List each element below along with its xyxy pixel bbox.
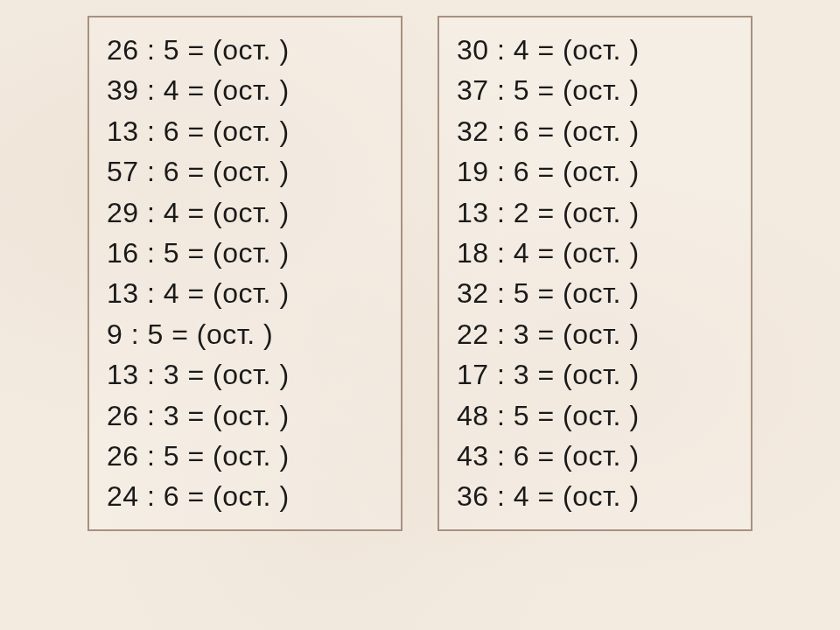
remainder-label: ост. bbox=[572, 359, 621, 390]
dividend: 26 bbox=[107, 400, 139, 431]
remainder-label: ост. bbox=[206, 318, 256, 350]
remainder-label: ост. bbox=[572, 34, 621, 66]
right_column-problem-8: 17 : 3 = (ост. ) bbox=[457, 354, 723, 395]
left_column-problem-1: 39 : 4 = (ост. ) bbox=[107, 70, 373, 110]
divisor: 4 bbox=[164, 74, 179, 106]
right_column-problem-7: 22 : 3 = (ост. ) bbox=[457, 314, 723, 354]
divisor: 6 bbox=[514, 116, 529, 147]
divisor: 6 bbox=[164, 480, 179, 512]
divisor: 5 bbox=[164, 440, 179, 472]
left-problem-box: 26 : 5 = (ост. )39 : 4 = (ост. )13 : 6 =… bbox=[88, 16, 402, 531]
remainder-label: ост. bbox=[572, 277, 621, 309]
dividend: 17 bbox=[457, 359, 489, 390]
right_column-problem-2: 32 : 6 = (ост. ) bbox=[457, 111, 723, 151]
remainder-label: ост. bbox=[222, 34, 271, 66]
right_column-problem-6: 32 : 5 = (ост. ) bbox=[457, 273, 723, 313]
divisor: 5 bbox=[147, 318, 163, 350]
dividend: 37 bbox=[457, 74, 489, 106]
left_column-problem-0: 26 : 5 = (ост. ) bbox=[107, 30, 373, 70]
remainder-label: ост. bbox=[572, 156, 621, 187]
dividend: 13 bbox=[107, 277, 139, 309]
divisor: 6 bbox=[164, 116, 179, 147]
dividend: 13 bbox=[107, 116, 139, 147]
dividend: 13 bbox=[107, 359, 139, 390]
divisor: 4 bbox=[514, 34, 529, 66]
divisor: 4 bbox=[514, 480, 529, 512]
remainder-label: ост. bbox=[222, 197, 271, 228]
right_column-problem-10: 43 : 6 = (ост. ) bbox=[457, 436, 723, 476]
left_column-problem-4: 29 : 4 = (ост. ) bbox=[107, 192, 373, 233]
right-problem-box: 30 : 4 = (ост. )37 : 5 = (ост. )32 : 6 =… bbox=[438, 16, 752, 531]
remainder-label: ост. bbox=[572, 197, 621, 228]
right_column-problem-3: 19 : 6 = (ост. ) bbox=[457, 151, 723, 192]
left_column-problem-3: 57 : 6 = (ост. ) bbox=[107, 151, 373, 192]
divisor: 6 bbox=[514, 440, 529, 472]
remainder-label: ост. bbox=[222, 156, 271, 187]
divisor: 3 bbox=[514, 318, 529, 350]
divisor: 3 bbox=[514, 359, 529, 390]
divisor: 5 bbox=[514, 74, 529, 106]
dividend: 22 bbox=[457, 318, 489, 350]
remainder-label: ост. bbox=[572, 237, 621, 269]
left_column-problem-10: 26 : 5 = (ост. ) bbox=[107, 436, 373, 476]
dividend: 18 bbox=[457, 237, 489, 269]
remainder-label: ост. bbox=[572, 480, 621, 512]
dividend: 57 bbox=[107, 156, 139, 187]
left_column-problem-5: 16 : 5 = (ост. ) bbox=[107, 233, 373, 273]
right_column-problem-0: 30 : 4 = (ост. ) bbox=[457, 30, 723, 70]
dividend: 30 bbox=[457, 34, 489, 66]
remainder-label: ост. bbox=[222, 277, 271, 309]
left_column-problem-6: 13 : 4 = (ост. ) bbox=[107, 273, 373, 313]
left_column-problem-2: 13 : 6 = (ост. ) bbox=[107, 111, 373, 151]
dividend: 29 bbox=[107, 197, 139, 228]
remainder-label: ост. bbox=[572, 116, 621, 147]
divisor: 6 bbox=[164, 156, 179, 187]
remainder-label: ост. bbox=[222, 480, 271, 512]
dividend: 39 bbox=[107, 74, 139, 106]
dividend: 24 bbox=[107, 480, 139, 512]
dividend: 32 bbox=[457, 116, 489, 147]
dividend: 26 bbox=[107, 34, 139, 66]
divisor: 6 bbox=[514, 156, 529, 187]
divisor: 5 bbox=[164, 34, 179, 66]
remainder-label: ост. bbox=[222, 74, 271, 106]
dividend: 26 bbox=[107, 440, 139, 472]
divisor: 3 bbox=[164, 400, 179, 431]
divisor: 4 bbox=[164, 197, 179, 228]
dividend: 16 bbox=[107, 237, 139, 269]
left_column-problem-11: 24 : 6 = (ост. ) bbox=[107, 476, 373, 516]
divisor: 5 bbox=[514, 277, 529, 309]
right_column-problem-9: 48 : 5 = (ост. ) bbox=[457, 396, 723, 436]
divisor: 3 bbox=[164, 359, 179, 390]
dividend: 13 bbox=[457, 197, 489, 228]
dividend: 9 bbox=[107, 318, 122, 350]
remainder-label: ост. bbox=[222, 400, 271, 431]
remainder-label: ост. bbox=[222, 237, 271, 269]
dividend: 32 bbox=[457, 277, 489, 309]
dividend: 48 bbox=[457, 400, 489, 431]
left_column-problem-7: 9 : 5 = (ост. ) bbox=[107, 314, 373, 354]
divisor: 4 bbox=[164, 277, 179, 309]
right_column-problem-11: 36 : 4 = (ост. ) bbox=[457, 476, 723, 516]
divisor: 2 bbox=[514, 197, 529, 228]
left_column-problem-8: 13 : 3 = (ост. ) bbox=[107, 354, 373, 395]
right_column-problem-5: 18 : 4 = (ост. ) bbox=[457, 233, 723, 273]
remainder-label: ост. bbox=[572, 440, 621, 472]
divisor: 5 bbox=[514, 400, 529, 431]
remainder-label: ост. bbox=[572, 74, 621, 106]
divisor: 5 bbox=[164, 237, 179, 269]
dividend: 43 bbox=[457, 440, 489, 472]
remainder-label: ост. bbox=[572, 400, 621, 431]
right_column-problem-4: 13 : 2 = (ост. ) bbox=[457, 192, 723, 233]
remainder-label: ост. bbox=[572, 318, 621, 350]
remainder-label: ост. bbox=[222, 359, 271, 390]
right_column-problem-1: 37 : 5 = (ост. ) bbox=[457, 70, 723, 110]
remainder-label: ост. bbox=[222, 440, 271, 472]
dividend: 19 bbox=[457, 156, 489, 187]
divisor: 4 bbox=[514, 237, 529, 269]
left_column-problem-9: 26 : 3 = (ост. ) bbox=[107, 396, 373, 436]
dividend: 36 bbox=[457, 480, 489, 512]
remainder-label: ост. bbox=[222, 116, 271, 147]
